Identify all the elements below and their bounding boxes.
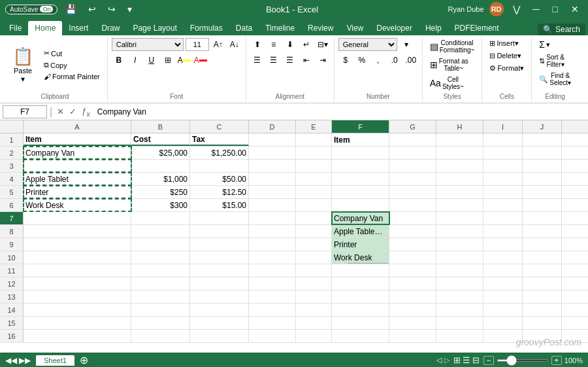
cell-a15[interactable] (24, 317, 131, 329)
col-header-g[interactable]: G (389, 120, 436, 133)
italic-button[interactable]: I (128, 54, 142, 67)
cell-f3[interactable] (332, 160, 389, 172)
cell-g12[interactable] (389, 277, 436, 290)
cell-f2[interactable] (332, 147, 389, 159)
undo-button[interactable]: ↩ (84, 3, 100, 16)
cell-d3[interactable] (249, 160, 296, 172)
cell-c2[interactable]: $1,250.00 (190, 147, 249, 159)
comma-button[interactable]: , (371, 54, 385, 67)
cell-g16[interactable] (389, 330, 436, 342)
maximize-button[interactable]: □ (549, 3, 562, 16)
cell-f5[interactable] (332, 186, 389, 198)
cell-g4[interactable] (389, 173, 436, 185)
fill-color-button[interactable]: A (177, 54, 191, 67)
row-num-4[interactable]: 4 (0, 173, 24, 185)
cell-j4[interactable] (523, 173, 562, 185)
cell-i14[interactable] (483, 304, 523, 316)
autosum-button[interactable]: Σ ▾ (536, 38, 553, 51)
cell-a2[interactable]: Company Van (24, 147, 131, 159)
cell-g5[interactable] (389, 186, 436, 198)
cell-f12[interactable] (332, 277, 389, 290)
cell-f16[interactable] (332, 330, 389, 342)
tab-page-layout[interactable]: Page Layout (126, 21, 183, 35)
cell-f1[interactable]: Item (332, 133, 389, 146)
cell-e2[interactable] (296, 147, 332, 159)
cell-f7[interactable]: Company Van (332, 212, 389, 224)
format-as-table-button[interactable]: ⊞ Format asTable~ (427, 56, 478, 73)
cell-f9[interactable]: Printer (332, 238, 389, 251)
row-num-9[interactable]: 9 (0, 238, 24, 251)
row-num-6[interactable]: 6 (0, 199, 24, 211)
tab-data[interactable]: Data (229, 21, 259, 35)
tab-home[interactable]: Home (28, 21, 62, 35)
cell-styles-button[interactable]: Aa CellStyles~ (427, 75, 478, 92)
cell-e9[interactable] (296, 238, 332, 251)
increase-font-button[interactable]: A↑ (211, 38, 225, 51)
cell-h1[interactable] (436, 133, 483, 146)
middle-align-button[interactable]: ≡ (267, 38, 281, 51)
underline-button[interactable]: U (144, 54, 159, 67)
tab-timeline[interactable]: Timeline (259, 21, 301, 35)
cell-c9[interactable] (190, 238, 249, 251)
cell-c6[interactable]: $15.00 (190, 199, 249, 211)
cell-h8[interactable] (436, 225, 483, 237)
number-format-expand[interactable]: ▾ (399, 38, 414, 51)
top-align-button[interactable]: ⬆ (250, 38, 265, 51)
paste-popup[interactable]: 📋 (Ctrl) ▾ (347, 263, 389, 264)
cell-b4[interactable]: $1,000 (131, 173, 190, 185)
more-commands-button[interactable]: ▾ (123, 3, 136, 16)
cell-j16[interactable] (523, 330, 562, 342)
cell-f15[interactable] (332, 317, 389, 329)
redo-button[interactable]: ↪ (104, 3, 120, 16)
cell-g10[interactable] (389, 251, 436, 264)
page-break-button[interactable]: ⊟ (472, 355, 480, 365)
font-size-input[interactable] (186, 38, 209, 51)
formula-input[interactable] (95, 105, 585, 118)
page-layout-button[interactable]: ☰ (463, 355, 470, 365)
row-num-8[interactable]: 8 (0, 225, 24, 237)
row-num-7[interactable]: 7 (0, 212, 24, 224)
cell-h13[interactable] (436, 290, 483, 303)
tab-help[interactable]: Help (419, 21, 448, 35)
cell-j8[interactable] (523, 225, 562, 237)
cell-e10[interactable] (296, 251, 332, 264)
cell-g15[interactable] (389, 317, 436, 329)
tab-file[interactable]: File (3, 21, 28, 35)
row-num-3[interactable]: 3 (0, 160, 24, 172)
tab-review[interactable]: Review (301, 21, 340, 35)
cell-b1[interactable]: Cost (131, 133, 190, 146)
row-num-16[interactable]: 16 (0, 330, 24, 342)
ribbon-display-button[interactable]: ⋁ (509, 3, 524, 16)
cell-i15[interactable] (483, 317, 523, 329)
cell-e14[interactable] (296, 304, 332, 316)
tab-draw[interactable]: Draw (95, 21, 126, 35)
confirm-formula-button[interactable]: ✓ (67, 105, 78, 118)
cell-c10[interactable] (190, 251, 249, 264)
minimize-button[interactable]: ─ (529, 3, 544, 16)
cell-d4[interactable] (249, 173, 296, 185)
cell-f14[interactable] (332, 304, 389, 316)
cell-a7[interactable] (24, 212, 131, 224)
cell-d11[interactable] (249, 264, 296, 277)
cell-i10[interactable] (483, 251, 523, 264)
col-header-i[interactable]: I (483, 120, 523, 133)
cell-b6[interactable]: $300 (131, 199, 190, 211)
save-button[interactable]: 💾 (61, 3, 80, 16)
cell-e3[interactable] (296, 160, 332, 172)
cell-b15[interactable] (131, 317, 190, 329)
cell-j9[interactable] (523, 238, 562, 251)
cell-j7[interactable] (523, 212, 562, 224)
cell-e7[interactable] (296, 212, 332, 224)
cell-i4[interactable] (483, 173, 523, 185)
increase-indent-button[interactable]: ⇥ (316, 54, 330, 67)
cell-e8[interactable] (296, 225, 332, 237)
zoom-out-button[interactable]: − (483, 356, 494, 365)
zoom-in-button[interactable]: + (551, 356, 562, 365)
cell-a3[interactable] (24, 160, 131, 172)
cell-h11[interactable] (436, 264, 483, 277)
cell-c11[interactable] (190, 264, 249, 277)
cell-j6[interactable] (523, 199, 562, 211)
cell-c14[interactable] (190, 304, 249, 316)
copy-button[interactable]: ⧉ Copy (41, 60, 103, 71)
cell-f4[interactable] (332, 173, 389, 185)
